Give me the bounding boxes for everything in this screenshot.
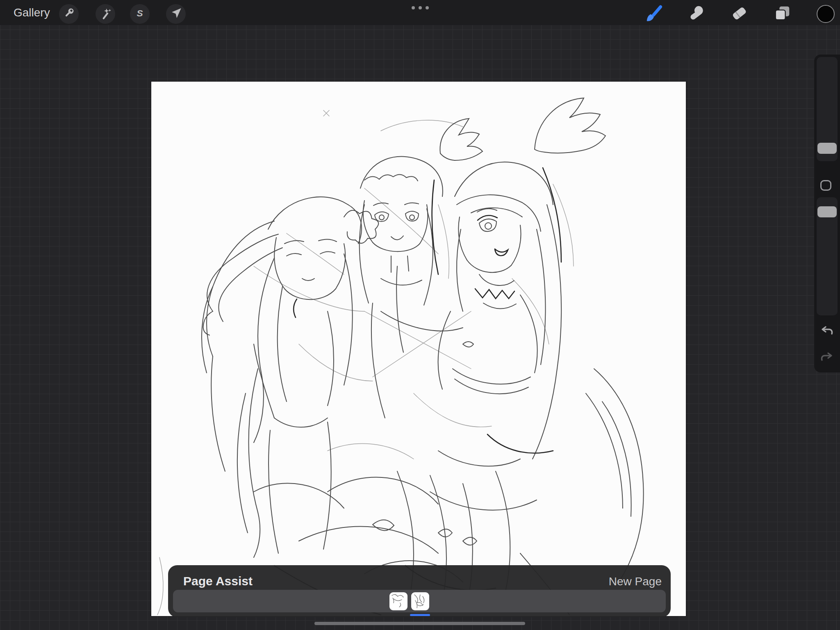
brush-opacity-slider[interactable] — [817, 197, 838, 315]
color-swatch-icon — [817, 5, 835, 23]
page-thumbnail-2[interactable] — [411, 592, 429, 610]
top-toolbar: Gallery S — [0, 0, 840, 25]
arrow-cursor-icon — [169, 6, 183, 22]
page-assist-title: Page Assist — [183, 574, 253, 588]
wrench-icon — [62, 6, 76, 22]
canvas-sketch — [151, 82, 686, 616]
page-filmstrip[interactable] — [173, 590, 666, 612]
color-button[interactable] — [815, 3, 837, 25]
adjustments-button[interactable] — [96, 4, 115, 24]
selection-s-icon: S — [133, 6, 147, 22]
ellipsis-icon[interactable] — [410, 5, 430, 11]
paint-tool-button[interactable] — [642, 3, 664, 25]
brush-size-handle[interactable] — [817, 143, 837, 154]
transform-button[interactable] — [166, 4, 186, 24]
actions-button[interactable] — [59, 4, 79, 24]
brush-opacity-handle[interactable] — [817, 206, 837, 217]
drawing-canvas[interactable] — [151, 82, 686, 616]
layers-icon — [773, 4, 792, 24]
redo-button[interactable] — [820, 352, 834, 364]
selection-button[interactable]: S — [130, 4, 150, 24]
current-page-indicator — [410, 614, 430, 616]
new-page-button[interactable]: New Page — [609, 575, 662, 588]
page-assist-panel: Page Assist New Page — [168, 565, 671, 617]
layers-button[interactable] — [771, 3, 793, 25]
smudge-finger-icon — [686, 4, 705, 24]
gallery-button[interactable]: Gallery — [14, 6, 50, 19]
erase-tool-button[interactable] — [728, 3, 750, 25]
redo-arrow-icon — [820, 358, 834, 365]
modify-button[interactable] — [820, 180, 831, 191]
magic-wand-icon — [98, 6, 112, 22]
undo-button[interactable] — [820, 325, 834, 338]
procreate-workspace: Gallery S — [0, 0, 840, 630]
home-indicator[interactable] — [314, 622, 525, 625]
smudge-tool-button[interactable] — [685, 3, 707, 25]
brush-icon — [644, 4, 662, 24]
undo-arrow-icon — [820, 332, 834, 339]
brush-size-slider[interactable] — [817, 57, 838, 161]
svg-text:S: S — [137, 8, 143, 18]
page-thumbnail-1[interactable] — [389, 592, 407, 610]
eraser-icon — [730, 4, 749, 24]
brush-sidebar — [814, 55, 840, 372]
